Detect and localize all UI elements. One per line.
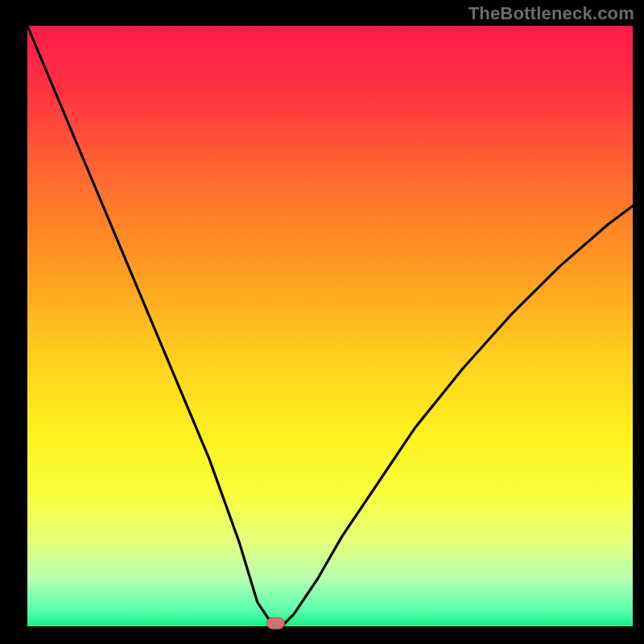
plot-background (27, 26, 633, 626)
bottleneck-chart (0, 0, 644, 644)
chart-frame: { "watermark": "TheBottleneck.com", "col… (0, 0, 644, 644)
optimum-marker (266, 617, 284, 629)
